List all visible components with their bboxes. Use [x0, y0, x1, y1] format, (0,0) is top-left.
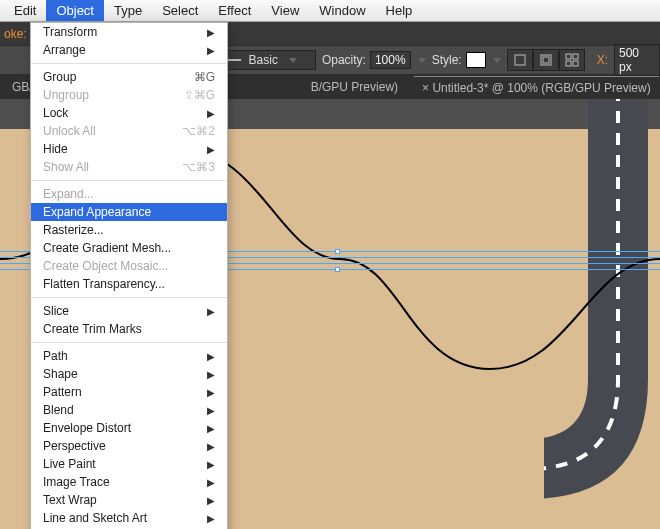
menu-item-live-paint[interactable]: Live Paint▶ [31, 455, 227, 473]
menu-item-blend[interactable]: Blend▶ [31, 401, 227, 419]
menu-item-label: Create Gradient Mesh... [43, 241, 171, 255]
menu-item-lock[interactable]: Lock▶ [31, 104, 227, 122]
isolate-button[interactable] [533, 49, 559, 71]
menu-item-rasterize[interactable]: Rasterize... [31, 221, 227, 239]
menu-item-arrange[interactable]: Arrange▶ [31, 41, 227, 59]
menu-window[interactable]: Window [309, 0, 375, 21]
menu-item-text-wrap[interactable]: Text Wrap▶ [31, 491, 227, 509]
tab-label: × Untitled-3* @ 100% (RGB/GPU Preview) [422, 81, 651, 95]
menu-item-show-all: Show All⌥⌘3 [31, 158, 227, 176]
menu-item-label: Live Paint [43, 457, 96, 471]
menu-item-label: Text Wrap [43, 493, 97, 507]
menu-item-label: Flatten Transparency... [43, 277, 165, 291]
opacity-control[interactable]: Opacity: 100% [322, 51, 426, 69]
menu-shortcut: ⌥⌘2 [182, 124, 215, 138]
submenu-arrow-icon: ▶ [207, 495, 215, 506]
chevron-down-icon[interactable] [493, 58, 501, 63]
submenu-arrow-icon: ▶ [207, 45, 215, 56]
x-label: X: [597, 53, 608, 67]
menu-item-label: Transform [43, 25, 97, 39]
menu-item-create-object-mosaic: Create Object Mosaic... [31, 257, 227, 275]
menu-help[interactable]: Help [376, 0, 423, 21]
menu-item-label: Ungroup [43, 88, 89, 102]
svg-rect-3 [566, 54, 571, 59]
anchor-point[interactable] [335, 249, 340, 254]
document-tab-active[interactable]: × Untitled-3* @ 100% (RGB/GPU Preview) [414, 76, 659, 99]
object-menu-dropdown: Transform▶Arrange▶Group⌘GUngroup⇧⌘GLock▶… [30, 22, 228, 529]
style-swatch[interactable] [466, 52, 486, 68]
svg-rect-5 [566, 61, 571, 66]
menu-item-path[interactable]: Path▶ [31, 347, 227, 365]
opacity-value[interactable]: 100% [370, 51, 411, 69]
menu-item-label: Group [43, 70, 76, 84]
menu-item-label: Unlock All [43, 124, 96, 138]
transform-button[interactable] [559, 49, 585, 71]
menu-effect[interactable]: Effect [208, 0, 261, 21]
menu-item-label: Envelope Distort [43, 421, 131, 435]
style-label: Style: [432, 53, 462, 67]
menu-item-label: Lock [43, 106, 68, 120]
svg-rect-6 [573, 61, 578, 66]
menu-item-label: Rasterize... [43, 223, 104, 237]
submenu-arrow-icon: ▶ [207, 369, 215, 380]
menu-item-label: Show All [43, 160, 89, 174]
menu-shortcut: ⌥⌘3 [182, 160, 215, 174]
menu-type[interactable]: Type [104, 0, 152, 21]
menu-item-image-trace[interactable]: Image Trace▶ [31, 473, 227, 491]
menu-select[interactable]: Select [152, 0, 208, 21]
menu-item-transform[interactable]: Transform▶ [31, 23, 227, 41]
chevron-down-icon [289, 58, 297, 63]
chevron-down-icon[interactable] [418, 58, 426, 63]
menu-item-label: Hide [43, 142, 68, 156]
menu-edit[interactable]: Edit [4, 0, 46, 21]
submenu-arrow-icon: ▶ [207, 405, 215, 416]
menu-separator [31, 342, 227, 343]
submenu-arrow-icon: ▶ [207, 27, 215, 38]
submenu-arrow-icon: ▶ [207, 513, 215, 524]
menu-item-create-gradient-mesh[interactable]: Create Gradient Mesh... [31, 239, 227, 257]
stroke-label: oke: [4, 27, 27, 41]
menu-separator [31, 63, 227, 64]
menubar: EditObjectTypeSelectEffectViewWindowHelp [0, 0, 660, 22]
opacity-label: Opacity: [322, 53, 366, 67]
menu-view[interactable]: View [261, 0, 309, 21]
menu-item-create-trim-marks[interactable]: Create Trim Marks [31, 320, 227, 338]
document-tab[interactable]: B/GPU Preview) [303, 76, 406, 98]
menu-item-label: Line and Sketch Art [43, 511, 147, 525]
submenu-arrow-icon: ▶ [207, 477, 215, 488]
align-button-group [507, 49, 585, 71]
anchor-point[interactable] [335, 267, 340, 272]
menu-item-slice[interactable]: Slice▶ [31, 302, 227, 320]
svg-rect-2 [543, 57, 549, 63]
menu-item-label: Create Trim Marks [43, 322, 142, 336]
x-value-field[interactable]: 500 px [614, 44, 660, 76]
menu-item-expand-appearance[interactable]: Expand Appearance [31, 203, 227, 221]
menu-item-label: Expand Appearance [43, 205, 151, 219]
menu-shortcut: ⇧⌘G [184, 88, 215, 102]
menu-item-envelope-distort[interactable]: Envelope Distort▶ [31, 419, 227, 437]
svg-rect-4 [573, 54, 578, 59]
menu-object[interactable]: Object [46, 0, 104, 21]
align-button[interactable] [507, 49, 533, 71]
menu-item-line-and-sketch-art[interactable]: Line and Sketch Art▶ [31, 509, 227, 527]
menu-item-shape[interactable]: Shape▶ [31, 365, 227, 383]
menu-item-label: Slice [43, 304, 69, 318]
menu-item-perspective[interactable]: Perspective▶ [31, 437, 227, 455]
submenu-arrow-icon: ▶ [207, 108, 215, 119]
menu-item-label: Blend [43, 403, 74, 417]
menu-separator [31, 297, 227, 298]
submenu-arrow-icon: ▶ [207, 306, 215, 317]
menu-item-label: Path [43, 349, 68, 363]
menu-item-expand: Expand... [31, 185, 227, 203]
menu-item-group[interactable]: Group⌘G [31, 68, 227, 86]
menu-item-label: Expand... [43, 187, 94, 201]
menu-item-label: Arrange [43, 43, 86, 57]
menu-item-flatten-transparency[interactable]: Flatten Transparency... [31, 275, 227, 293]
menu-separator [31, 180, 227, 181]
submenu-arrow-icon: ▶ [207, 387, 215, 398]
menu-item-label: Perspective [43, 439, 106, 453]
menu-item-hide[interactable]: Hide▶ [31, 140, 227, 158]
menu-shortcut: ⌘G [194, 70, 215, 84]
menu-item-pattern[interactable]: Pattern▶ [31, 383, 227, 401]
style-control[interactable]: Style: [432, 52, 501, 68]
